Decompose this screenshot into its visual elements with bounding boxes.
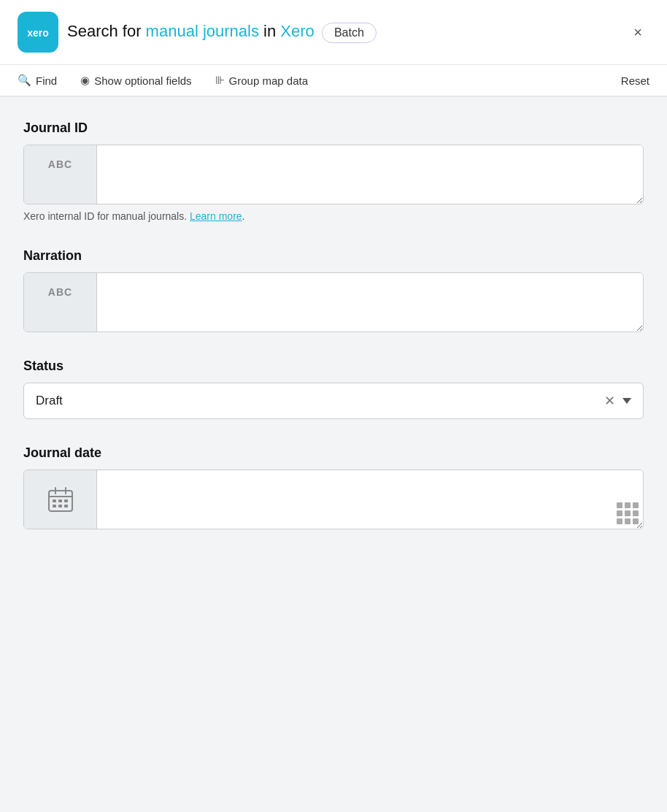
date-grid-icon — [617, 502, 639, 524]
narration-label: Narration — [23, 248, 644, 264]
narration-input[interactable] — [97, 273, 643, 332]
journal-id-hint-suffix: . — [242, 210, 245, 222]
title-in: in — [259, 22, 280, 40]
title-prefix: Search for — [67, 22, 146, 40]
journal-id-input[interactable] — [97, 145, 643, 204]
show-optional-label: Show optional fields — [94, 74, 191, 87]
find-button[interactable]: 🔍 Find — [18, 74, 57, 87]
title-link-manual-journals[interactable]: manual journals — [146, 22, 259, 40]
xero-logo: xero — [18, 12, 58, 53]
narration-section: Narration ABC — [23, 248, 644, 332]
eye-icon: ◉ — [80, 74, 90, 87]
toolbar: 🔍 Find ◉ Show optional fields ⊪ Group ma… — [0, 65, 667, 97]
calendar-icon — [24, 470, 97, 529]
search-icon: 🔍 — [18, 74, 31, 87]
reset-button[interactable]: Reset — [621, 74, 649, 87]
journal-id-type-badge: ABC — [24, 145, 97, 204]
journal-date-label: Journal date — [23, 445, 644, 461]
journal-date-input-wrapper — [23, 470, 644, 529]
journal-id-label: Journal ID — [23, 120, 644, 136]
journal-id-hint: Xero internal ID for manual journals. Le… — [23, 210, 644, 222]
svg-rect-11 — [64, 505, 68, 508]
status-section: Status Draft ✕ — [23, 359, 644, 419]
journal-id-section: Journal ID ABC Xero internal ID for manu… — [23, 120, 644, 222]
group-map-icon: ⊪ — [215, 74, 225, 87]
svg-rect-10 — [58, 505, 62, 508]
close-button[interactable]: × — [626, 20, 649, 44]
svg-rect-8 — [64, 499, 68, 502]
svg-rect-7 — [58, 499, 62, 502]
narration-type-badge: ABC — [24, 273, 97, 332]
svg-rect-9 — [53, 505, 56, 508]
title-link-xero[interactable]: Xero — [280, 22, 314, 40]
narration-input-wrapper: ABC — [23, 272, 644, 332]
status-select[interactable]: Draft ✕ — [23, 383, 644, 419]
status-chevron-icon[interactable] — [622, 398, 631, 404]
main-content: Journal ID ABC Xero internal ID for manu… — [0, 97, 667, 812]
status-clear-icon[interactable]: ✕ — [604, 394, 615, 407]
status-selected-value: Draft — [36, 394, 604, 408]
journal-id-input-wrapper: ABC — [23, 145, 644, 204]
status-select-icons: ✕ — [604, 394, 631, 407]
journal-id-learn-more-link[interactable]: Learn more — [190, 210, 242, 222]
journal-id-hint-text: Xero internal ID for manual journals. — [23, 210, 187, 222]
header-title: Search for manual journals in Xero Batch — [67, 22, 617, 43]
header: xero Search for manual journals in Xero … — [0, 0, 667, 65]
group-map-label: Group map data — [229, 74, 308, 87]
svg-rect-6 — [53, 499, 56, 502]
journal-date-input[interactable] — [97, 470, 643, 529]
status-label: Status — [23, 359, 644, 374]
find-label: Find — [36, 74, 57, 87]
show-optional-fields-button[interactable]: ◉ Show optional fields — [80, 74, 191, 87]
svg-text:xero: xero — [27, 27, 49, 39]
journal-date-section: Journal date — [23, 445, 644, 529]
batch-badge[interactable]: Batch — [322, 23, 377, 43]
group-map-data-button[interactable]: ⊪ Group map data — [215, 74, 308, 87]
